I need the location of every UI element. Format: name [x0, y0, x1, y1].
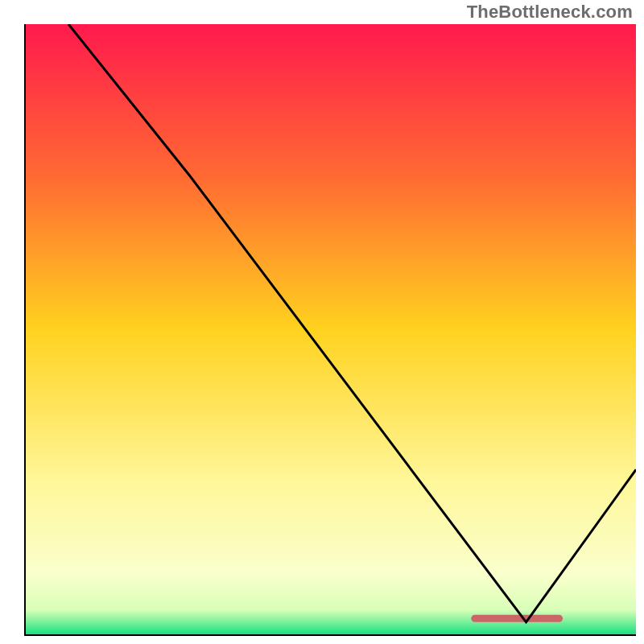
gradient-background — [26, 24, 636, 634]
optimal-range-marker — [471, 615, 563, 622]
watermark-text: TheBottleneck.com — [467, 2, 633, 23]
chart-root: TheBottleneck.com — [0, 0, 644, 644]
plot-area — [24, 24, 636, 636]
chart-svg — [26, 24, 636, 634]
